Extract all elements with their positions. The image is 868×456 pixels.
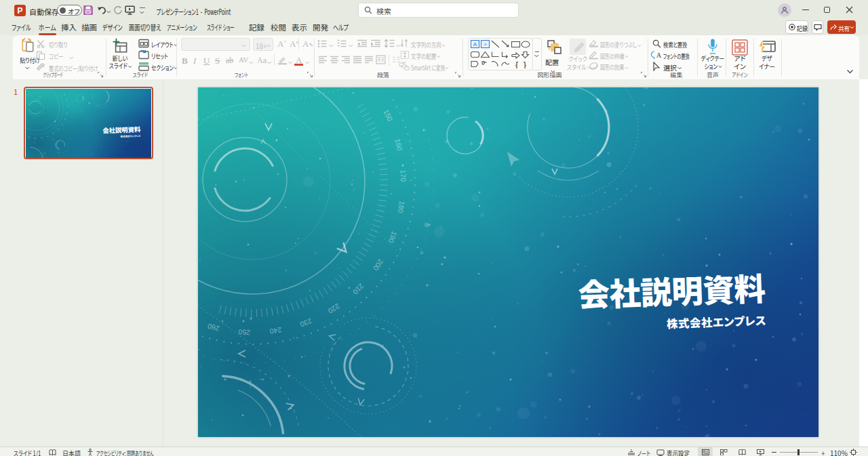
svg-text:230: 230	[299, 317, 313, 329]
svg-text:220: 220	[327, 302, 341, 316]
svg-text:200: 200	[61, 123, 64, 127]
svg-text:200: 200	[372, 257, 385, 272]
svg-text:180: 180	[66, 112, 68, 115]
svg-text:150: 150	[63, 93, 66, 96]
svg-text:250: 250	[33, 138, 36, 139]
svg-text:150: 150	[382, 108, 395, 123]
svg-text:210: 210	[56, 128, 59, 131]
svg-text:>: >	[484, 41, 487, 47]
svg-text:170: 170	[399, 169, 408, 182]
svg-text:A: A	[656, 51, 662, 59]
svg-text:170: 170	[66, 106, 68, 108]
svg-text:240: 240	[39, 138, 43, 140]
svg-text:190: 190	[64, 118, 66, 121]
svg-text:220: 220	[52, 132, 55, 135]
svg-text:260: 260	[207, 322, 220, 333]
svg-text:250: 250	[238, 328, 250, 337]
svg-text:P: P	[17, 6, 22, 16]
svg-text:180: 180	[396, 201, 406, 213]
svg-text:160: 160	[66, 99, 68, 102]
svg-text:{: {	[515, 60, 518, 68]
svg-text:210: 210	[351, 282, 366, 296]
svg-text:260: 260	[27, 136, 31, 138]
svg-text:230: 230	[45, 136, 49, 138]
svg-text:A: A	[473, 41, 477, 47]
svg-text:190: 190	[387, 230, 399, 245]
svg-text:240: 240	[269, 326, 282, 336]
svg-text:}: }	[524, 60, 526, 68]
